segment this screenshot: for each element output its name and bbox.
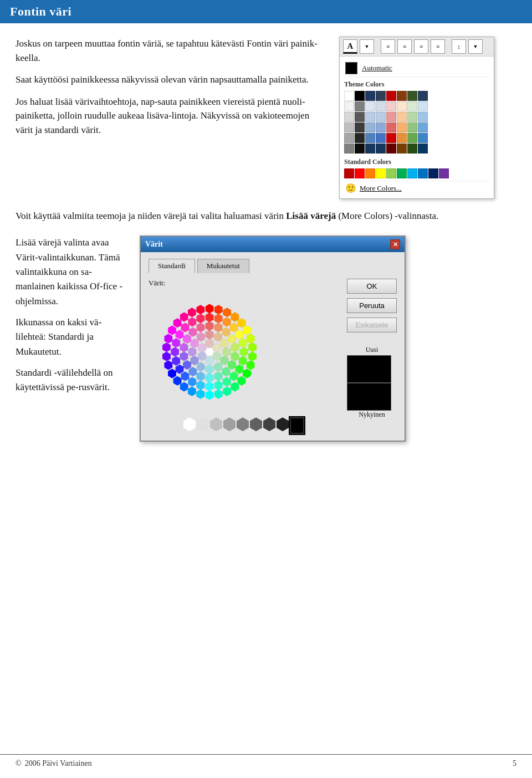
color-swatch[interactable] bbox=[418, 101, 428, 111]
grayscale-swatch[interactable] bbox=[290, 417, 304, 434]
color-swatch[interactable] bbox=[407, 101, 417, 111]
grayscale-swatch[interactable] bbox=[210, 417, 222, 431]
indent-button[interactable]: ↕ bbox=[452, 39, 466, 54]
dropdown-arrow2-button[interactable]: ▼ bbox=[468, 39, 483, 54]
standard-colors-label: Standard Colors bbox=[344, 158, 489, 166]
theme-color-row bbox=[344, 133, 489, 143]
align-center-button[interactable]: ≡ bbox=[397, 39, 412, 54]
preview-button[interactable]: Esikatsele bbox=[347, 318, 397, 332]
color-swatch[interactable] bbox=[344, 133, 354, 143]
current-color-preview bbox=[347, 383, 391, 411]
color-swatch[interactable] bbox=[418, 122, 428, 132]
color-swatch[interactable] bbox=[418, 112, 428, 122]
color-swatch[interactable] bbox=[355, 144, 365, 153]
standard-color-swatch[interactable] bbox=[418, 168, 428, 178]
tab-standardi[interactable]: Standardi bbox=[149, 259, 195, 273]
color-swatch[interactable] bbox=[397, 101, 407, 111]
standard-color-swatch[interactable] bbox=[344, 168, 354, 178]
justify-button[interactable]: ≡ bbox=[431, 39, 445, 54]
align-right-button[interactable]: ≡ bbox=[414, 39, 428, 54]
standard-color-swatch[interactable] bbox=[365, 168, 375, 178]
color-swatch[interactable] bbox=[376, 112, 386, 122]
color-swatch[interactable] bbox=[407, 112, 417, 122]
grayscale-swatch[interactable] bbox=[223, 417, 236, 431]
standard-color-swatch[interactable] bbox=[386, 168, 396, 178]
color-wheel[interactable] bbox=[149, 291, 270, 413]
cancel-button[interactable]: Peruuta bbox=[347, 298, 397, 313]
standard-color-swatch[interactable] bbox=[355, 168, 365, 178]
font-color-button[interactable]: A bbox=[343, 39, 357, 54]
color-swatch[interactable] bbox=[407, 144, 417, 153]
color-swatch[interactable] bbox=[344, 112, 354, 122]
dropdown-arrow-button[interactable]: ▼ bbox=[360, 39, 374, 54]
color-swatch[interactable] bbox=[418, 144, 428, 153]
color-swatch[interactable] bbox=[386, 101, 396, 111]
automatic-label: Automatic bbox=[362, 64, 392, 73]
color-swatch[interactable] bbox=[365, 101, 375, 111]
dialog-close-button[interactable]: ✕ bbox=[390, 239, 400, 249]
color-swatch[interactable] bbox=[365, 122, 375, 132]
color-swatch[interactable] bbox=[397, 144, 407, 153]
grayscale-swatch[interactable] bbox=[183, 417, 196, 431]
bottom-left-text: Lisää värejä valinta avaa Värit-valintai… bbox=[16, 236, 126, 401]
color-swatch[interactable] bbox=[365, 112, 375, 122]
color-swatch[interactable] bbox=[386, 122, 396, 132]
color-swatch[interactable] bbox=[376, 101, 386, 111]
color-swatch[interactable] bbox=[386, 112, 396, 122]
ok-button[interactable]: OK bbox=[347, 279, 397, 294]
color-swatch[interactable] bbox=[397, 91, 407, 101]
intro-para3: Jos haluat lisää värivaihtoehtoja, nap-s… bbox=[16, 95, 326, 137]
color-swatch[interactable] bbox=[376, 122, 386, 132]
color-swatch[interactable] bbox=[418, 133, 428, 143]
color-swatch[interactable] bbox=[355, 133, 365, 143]
color-swatch[interactable] bbox=[355, 122, 365, 132]
color-swatch[interactable] bbox=[344, 101, 354, 111]
color-swatch[interactable] bbox=[407, 133, 417, 143]
color-swatch[interactable] bbox=[397, 112, 407, 122]
bottom-para1: Lisää värejä valinta avaa Värit-valintai… bbox=[16, 236, 126, 309]
standard-color-swatch[interactable] bbox=[439, 168, 449, 178]
color-swatch[interactable] bbox=[376, 133, 386, 143]
tab-mukautetut[interactable]: Mukautetut bbox=[197, 259, 249, 273]
grayscale-swatch[interactable] bbox=[277, 417, 289, 431]
color-swatch[interactable] bbox=[418, 91, 428, 101]
color-swatch[interactable] bbox=[407, 91, 417, 101]
standard-color-swatch[interactable] bbox=[376, 168, 386, 178]
theme-color-row bbox=[344, 144, 489, 153]
standard-color-swatch[interactable] bbox=[397, 168, 407, 178]
grayscale-swatch[interactable] bbox=[263, 417, 275, 431]
color-swatch[interactable] bbox=[355, 112, 365, 122]
automatic-row[interactable]: Automatic bbox=[344, 60, 489, 77]
grayscale-swatch[interactable] bbox=[197, 417, 209, 431]
color-swatch[interactable] bbox=[344, 91, 354, 101]
color-swatch[interactable] bbox=[386, 91, 396, 101]
color-swatch[interactable] bbox=[355, 91, 365, 101]
color-swatch[interactable] bbox=[344, 122, 354, 132]
copyright-symbol: © bbox=[16, 759, 22, 768]
page-number: 5 bbox=[513, 759, 516, 768]
color-swatch[interactable] bbox=[397, 133, 407, 143]
color-swatch[interactable] bbox=[407, 122, 417, 132]
color-swatch[interactable] bbox=[365, 133, 375, 143]
middle-para: Voit käyttää valmiita teemoja ja niiden … bbox=[16, 209, 516, 223]
color-swatch[interactable] bbox=[365, 91, 375, 101]
color-swatch[interactable] bbox=[344, 144, 354, 153]
color-swatch[interactable] bbox=[397, 122, 407, 132]
content-area: Joskus on tarpeen muuttaa fontin väriä, … bbox=[0, 23, 532, 458]
color-swatch[interactable] bbox=[355, 101, 365, 111]
copyright-text: 2006 Päivi Vartiainen bbox=[25, 759, 92, 768]
color-swatch[interactable] bbox=[376, 144, 386, 153]
color-swatch[interactable] bbox=[376, 91, 386, 101]
grayscale-swatch[interactable] bbox=[237, 417, 249, 431]
more-colors-row[interactable]: 🙂 More Colors... bbox=[344, 181, 489, 195]
middle-section: Voit käyttää valmiita teemoja ja niiden … bbox=[16, 209, 516, 223]
standard-color-swatch[interactable] bbox=[428, 168, 438, 178]
align-left-button[interactable]: ≡ bbox=[381, 39, 395, 54]
grayscale-swatch[interactable] bbox=[250, 417, 262, 431]
intro-para2: Saat käyttöösi painikkeessa näkyvissä ol… bbox=[16, 73, 326, 87]
standard-color-swatch[interactable] bbox=[407, 168, 417, 178]
color-swatch[interactable] bbox=[386, 133, 396, 143]
color-swatch[interactable] bbox=[386, 144, 396, 153]
dropdown-toolbar: A ▼ ≡ ≡ ≡ ≡ ↕ ▼ bbox=[340, 37, 494, 57]
color-swatch[interactable] bbox=[365, 144, 375, 153]
